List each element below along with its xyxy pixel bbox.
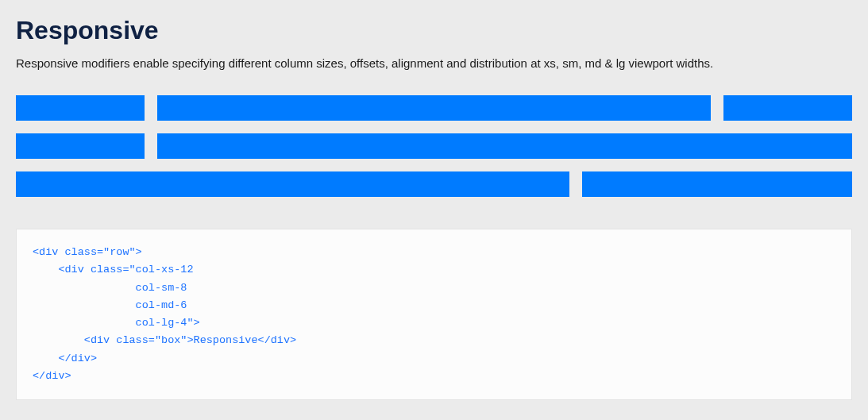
section-heading: Responsive [16, 16, 852, 45]
demo-col [10, 171, 576, 197]
demo-row [10, 95, 858, 121]
grid-demo [16, 95, 852, 197]
demo-col [10, 133, 151, 159]
demo-box [157, 133, 852, 159]
section-description: Responsive modifiers enable specifying d… [16, 55, 852, 71]
demo-box [723, 95, 852, 121]
demo-box [16, 95, 145, 121]
code-example: <div class="row"> <div class="col-xs-12 … [16, 229, 852, 400]
demo-box [582, 171, 852, 197]
demo-col [576, 171, 858, 197]
demo-box [16, 171, 569, 197]
demo-col [10, 95, 151, 121]
demo-col [717, 95, 858, 121]
demo-col [151, 95, 717, 121]
demo-row [10, 171, 858, 197]
demo-box [157, 95, 711, 121]
demo-row [10, 133, 858, 159]
demo-col [151, 133, 858, 159]
demo-box [16, 133, 145, 159]
